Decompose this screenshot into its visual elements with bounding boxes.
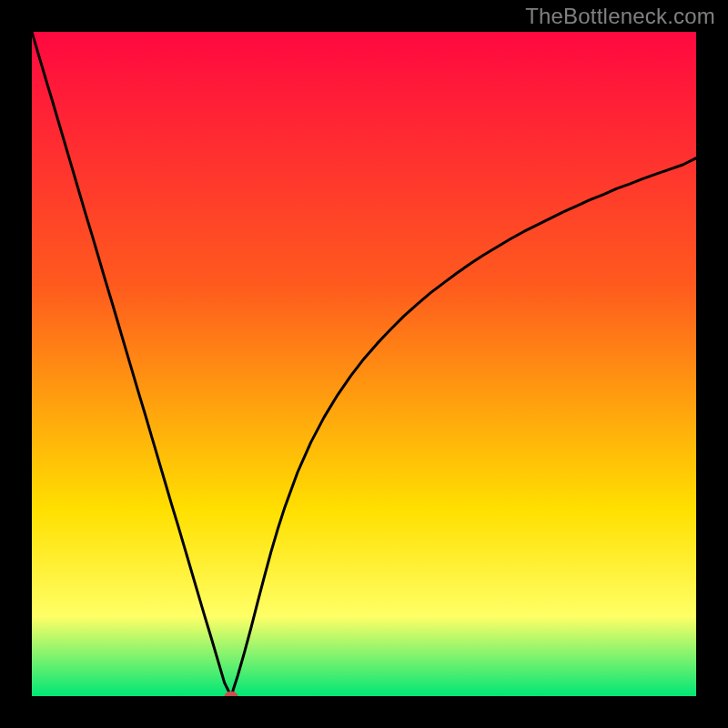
chart-plot-area [32, 32, 696, 696]
watermark-text: TheBottleneck.com [525, 4, 715, 29]
chart-svg [32, 32, 696, 696]
chart-outer-frame: TheBottleneck.com [0, 0, 728, 728]
